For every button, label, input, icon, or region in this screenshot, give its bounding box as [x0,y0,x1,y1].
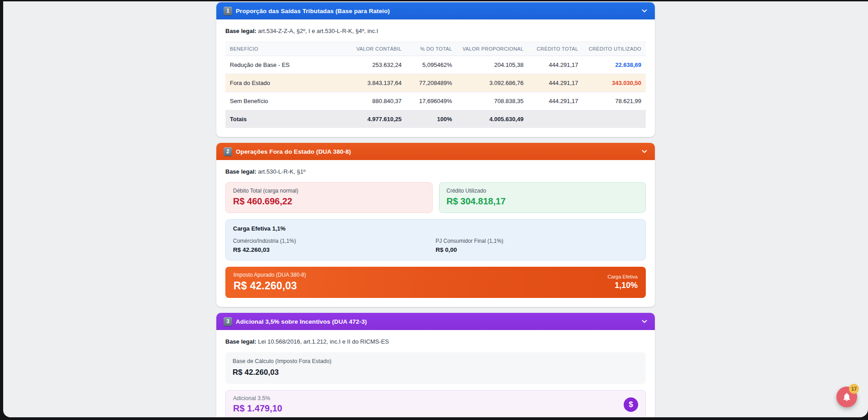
section1-body: Base legal: art.534-Z-Z-A, §2º, I e art.… [216,19,655,137]
col-credito-total: CRÉDITO TOTAL [528,42,583,56]
imposto-apurado-block: Imposto Apurado (DUA 380-8) R$ 42.260,03 [233,272,306,292]
cell-valor-contabil: 880.840,37 [339,92,406,110]
carga-efetiva-block: Carga Efetiva 1,10% [607,274,638,290]
table-row: Redução de Base - ES 253.632,24 5,095462… [225,56,646,74]
carga-efetiva-card: Carga Efetiva 1,1% Comércio/Indústria (1… [225,219,646,260]
cell-benefit: Redução de Base - ES [225,56,339,74]
cell-pct: 17,696049% [406,92,457,110]
adicional-label: Adicional 3.5% [233,395,282,401]
section-operacoes-fora-estado: 2 Operações Fora do Estado (DUA 380-8) B… [216,143,655,307]
cell-pct: 77,208489% [406,74,457,92]
col-valor-proporcional: VALOR PROPORCIONAL [457,42,528,56]
section1-title: Proporção das Saídas Tributadas (Base pa… [236,8,390,14]
chevron-down-icon[interactable] [640,7,649,15]
section1-header[interactable]: 1 Proporção das Saídas Tributadas (Base … [216,2,655,19]
comercio-industria-block: Comércio/Indústria (1,1%) R$ 42.260,03 [233,238,436,253]
cell-valor-contabil: 253.632,24 [339,56,406,74]
section3-base-legal: Base legal: Lei 10.568/2016, art.1.212, … [225,338,646,345]
col-credito-utilizado: CRÉDITO UTILIZADO [583,42,646,56]
banner-carga-efetiva-label: Carga Efetiva [607,274,638,279]
cell-credito-utilizado: 343.030,50 [583,74,646,92]
section3-body: Base legal: Lei 10.568/2016, art.1.212, … [216,330,655,417]
credito-utilizado-label: Crédito Utilizado [447,188,639,194]
section3-header[interactable]: 3 Adicional 3,5% sobre Incentivos (DUA 4… [216,313,655,330]
carga-efetiva-grid: Comércio/Indústria (1,1%) R$ 42.260,03 P… [233,238,638,253]
cell-pct: 5,095462% [406,56,457,74]
cell-totals-credito-utilizado [583,110,646,128]
debito-total-card: Débito Total (carga normal) R$ 460.696,2… [225,182,433,213]
stat-cards-row: Débito Total (carga normal) R$ 460.696,2… [225,182,646,213]
col-pct-total: % DO TOTAL [406,42,457,56]
table-row-highlighted: Fora do Estado 3.843.137,64 77,208489% 3… [225,74,646,92]
base-calculo-value: R$ 42.260,03 [233,368,639,377]
cell-credito-utilizado: 78.621,99 [583,92,646,110]
keycap-2-icon: 2 [224,147,232,156]
section2-body: Base legal: art.530-L-R-K, §1º Débito To… [216,160,655,307]
cell-credito-total: 444.291,17 [528,74,583,92]
cell-credito-utilizado: 22.638,69 [583,56,646,74]
cell-valor-proporcional: 708.838,35 [457,92,528,110]
keycap-1-icon: 1 [224,7,232,15]
imposto-apurado-label: Imposto Apurado (DUA 380-8) [233,272,306,278]
adicional-card: Adicional 3.5% R$ 1.479,10 $ [225,390,646,417]
cell-benefit: Sem Benefício [225,92,339,110]
notifications-button[interactable]: 17 [836,387,857,407]
base-calculo-label: Base de Cálculo (Imposto Fora Estado) [233,358,639,364]
base-legal-label: Base legal: [225,338,257,345]
cell-credito-total: 444.291,17 [528,92,583,110]
col-valor-contabil: VALOR CONTÁBIL [339,42,406,56]
main-content: 1 Proporção das Saídas Tributadas (Base … [216,1,655,417]
section2-base-legal: Base legal: art.530-L-R-K, §1º [225,168,646,175]
imposto-apurado-value: R$ 42.260,03 [233,280,306,292]
section-proporcao-saidas: 1 Proporção das Saídas Tributadas (Base … [216,2,655,137]
cell-totals-valor-contabil: 4.977.610,25 [339,110,406,128]
credito-utilizado-card: Crédito Utilizado R$ 304.818,17 [439,182,646,213]
base-calculo-card: Base de Cálculo (Imposto Fora Estado) R$… [225,352,646,384]
cell-valor-proporcional: 3.092.686,76 [457,74,528,92]
col-beneficio: BENEFÍCIO [225,42,339,56]
app-page: 1 Proporção das Saídas Tributadas (Base … [3,1,868,417]
base-legal-label: Base legal: [225,28,257,34]
debito-total-value: R$ 460.696,22 [233,196,425,207]
table-totals-row: Totais 4.977.610,25 100% 4.005.630,49 [225,110,646,128]
table-row: Sem Benefício 880.840,37 17,696049% 708.… [225,92,646,110]
comercio-industria-value: R$ 42.260,03 [233,246,436,253]
base-legal-text: art.534-Z-Z-A, §2º, I e art.530-L-R-K, §… [258,28,378,34]
cell-valor-contabil: 3.843.137,64 [339,74,406,92]
pj-consumidor-value: R$ 0,00 [436,246,639,253]
pj-consumidor-block: PJ Consumidor Final (1,1%) R$ 0,00 [436,238,639,253]
cell-valor-proporcional: 204.105,38 [457,56,528,74]
debito-total-label: Débito Total (carga normal) [233,188,425,194]
section3-title: Adicional 3,5% sobre Incentivos (DUA 472… [236,318,367,325]
chevron-down-icon[interactable] [640,317,649,326]
pj-consumidor-label: PJ Consumidor Final (1,1%) [436,238,639,244]
section2-header[interactable]: 2 Operações Fora do Estado (DUA 380-8) [216,143,655,160]
adicional-block: Adicional 3.5% R$ 1.479,10 [233,395,282,414]
notifications-badge: 17 [849,384,859,394]
base-legal-label: Base legal: [225,168,257,175]
keycap-3-icon: 3 [224,317,232,326]
credito-utilizado-value: R$ 304.818,17 [447,196,639,207]
cell-totals-valor-proporcional: 4.005.630,49 [457,110,528,128]
rateio-table: BENEFÍCIO VALOR CONTÁBIL % DO TOTAL VALO… [225,42,646,128]
table-header-row: BENEFÍCIO VALOR CONTÁBIL % DO TOTAL VALO… [225,42,646,56]
base-legal-text: Lei 10.568/2016, art.1.212, inc.I e II d… [258,338,389,345]
imposto-apurado-banner: Imposto Apurado (DUA 380-8) R$ 42.260,03… [225,267,646,298]
cell-benefit: Fora do Estado [225,74,339,92]
cell-credito-total: 444.291,17 [528,56,583,74]
cell-totals-pct: 100% [406,110,457,128]
adicional-value: R$ 1.479,10 [233,403,282,414]
banner-carga-efetiva-value: 1,10% [607,281,638,290]
section-adicional-incentivos: 3 Adicional 3,5% sobre Incentivos (DUA 4… [216,313,655,417]
section1-base-legal: Base legal: art.534-Z-Z-A, §2º, I e art.… [225,28,646,34]
cell-totals-label: Totais [225,110,339,128]
carga-efetiva-title: Carga Efetiva 1,1% [233,225,638,232]
dollar-circle-icon: $ [624,397,638,412]
section2-title: Operações Fora do Estado (DUA 380-8) [236,148,351,155]
cell-totals-credito-total [528,110,583,128]
chevron-down-icon[interactable] [640,147,649,156]
comercio-industria-label: Comércio/Indústria (1,1%) [233,238,436,244]
base-legal-text: art.530-L-R-K, §1º [258,168,305,175]
bell-icon [842,392,852,402]
